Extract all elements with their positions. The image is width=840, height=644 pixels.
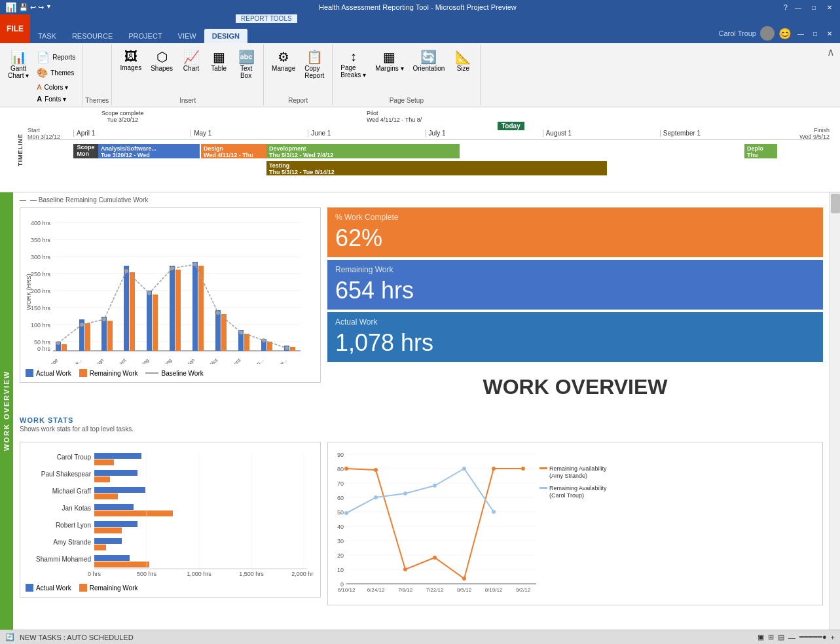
- svg-text:400 hrs: 400 hrs: [31, 220, 51, 226]
- gantt-chart-button[interactable]: 📊 GanttChart ▾: [4, 47, 33, 81]
- images-icon: 🖼: [124, 49, 137, 64]
- hbar-actual-label: Actual Work: [36, 584, 71, 592]
- svg-text:Training: Training: [156, 357, 173, 364]
- colors-label: Colors ▾: [45, 84, 69, 91]
- analysis-bar: Analysis/Software...Tue 3/20/12 - Wed: [98, 144, 200, 158]
- scope-bar: ScopeMon: [73, 144, 98, 158]
- svg-point-48: [216, 311, 220, 315]
- svg-point-123: [403, 492, 407, 495]
- svg-text:Jan Kotas: Jan Kotas: [62, 505, 91, 512]
- themes-icon: 🎨: [37, 67, 48, 78]
- pilot-label: PilotWed 4/11/12 - Thu 8/: [367, 110, 422, 123]
- tab-design[interactable]: DESIGN: [204, 29, 247, 43]
- tab-view[interactable]: VIEW: [170, 29, 204, 43]
- svg-point-122: [374, 495, 378, 499]
- svg-text:0 hrs: 0 hrs: [37, 346, 51, 352]
- deploy-bar: DeploThu: [744, 144, 777, 158]
- report-group-content: ⚙ Manage 📋 CopyReport: [268, 47, 328, 96]
- svg-point-125: [462, 467, 466, 471]
- title-bar-controls: ? — □ ✕: [784, 3, 835, 12]
- hbar-chart-svg: Carol Troup Paul Shakespear Michael Graf…: [26, 448, 314, 579]
- manage-button[interactable]: ⚙ Manage: [268, 47, 299, 74]
- status-zoom-out[interactable]: —: [788, 634, 795, 641]
- svg-text:Robert Lyon: Robert Lyon: [56, 522, 91, 529]
- main-content[interactable]: WORK OVERVIEW — — Baseline Remaining Cum…: [0, 192, 840, 630]
- svg-rect-64: [94, 453, 141, 459]
- svg-rect-22: [85, 323, 90, 351]
- copy-report-button[interactable]: 📋 CopyReport: [301, 47, 328, 81]
- minimize-button[interactable]: —: [793, 3, 803, 12]
- svg-point-121: [344, 511, 348, 515]
- maximize-button[interactable]: □: [809, 3, 819, 12]
- svg-rect-76: [94, 521, 137, 527]
- tab-resource[interactable]: RESOURCE: [64, 29, 120, 43]
- bar-chart-svg: 400 hrs 350 hrs 300 hrs 250 hrs 200 hrs …: [26, 213, 307, 364]
- svg-text:Scope: Scope: [45, 357, 60, 364]
- chart-button[interactable]: 📈 Chart: [178, 47, 204, 74]
- status-icon: 🔄: [5, 633, 14, 641]
- svg-rect-137: [539, 487, 547, 489]
- fonts-button[interactable]: A Fonts ▾: [34, 94, 78, 104]
- ribbon-minimize[interactable]: —: [795, 29, 806, 38]
- svg-text:Development: Development: [101, 357, 128, 364]
- svg-point-126: [492, 510, 496, 514]
- kpi-actual-work-label: Actual Work: [335, 317, 815, 327]
- svg-text:Deployment: Deployment: [218, 357, 242, 364]
- status-zoom-in[interactable]: +: [831, 634, 835, 641]
- svg-text:50 hrs: 50 hrs: [34, 339, 51, 346]
- close-button[interactable]: ✕: [824, 3, 835, 12]
- svg-rect-134: [539, 467, 547, 469]
- colors-button[interactable]: A Colors ▾: [34, 82, 78, 92]
- images-label: Images: [120, 64, 141, 71]
- svg-text:Post Implem...: Post Implem...: [237, 357, 265, 364]
- undo-icon[interactable]: ↩: [30, 3, 36, 12]
- status-view-page[interactable]: ▤: [778, 633, 784, 641]
- hbar-chart-legend: Actual Work Remaining Work: [26, 584, 315, 592]
- tab-task[interactable]: TASK: [30, 29, 64, 43]
- app-icon: 📊: [5, 2, 16, 12]
- themes-subgroup-label: Themes: [85, 97, 109, 104]
- smiley-icon: 😊: [778, 27, 792, 40]
- svg-point-50: [262, 338, 266, 342]
- svg-rect-79: [94, 538, 122, 544]
- textbox-button[interactable]: 🔤 TextBox: [233, 47, 259, 81]
- svg-text:8/5/12: 8/5/12: [457, 587, 472, 593]
- ribbon-close[interactable]: ✕: [824, 29, 835, 38]
- ribbon-collapse-button[interactable]: ∧: [827, 46, 835, 58]
- page-breaks-button[interactable]: ↕ PageBreaks ▾: [337, 47, 370, 80]
- ribbon-restore[interactable]: □: [810, 29, 820, 38]
- save-icon[interactable]: 💾: [19, 3, 28, 12]
- redo-icon[interactable]: ↪: [38, 3, 44, 12]
- shapes-button[interactable]: ⬡ Shapes: [147, 47, 177, 74]
- textbox-icon: 🔤: [238, 49, 255, 65]
- svg-text:(Carol Troup): (Carol Troup): [549, 492, 584, 499]
- textbox-label: TextBox: [240, 65, 252, 79]
- hbar-legend-remaining: Remaining Work: [79, 584, 138, 592]
- report-group-label: Report: [288, 97, 308, 104]
- hbar-legend-actual: Actual Work: [26, 584, 71, 592]
- line-chart-svg: 90 80 70 60 50 40 30 20 10 0: [333, 448, 615, 598]
- ribbon-group-report: ⚙ Manage 📋 CopyReport Report: [264, 45, 333, 105]
- tab-file[interactable]: FILE: [0, 14, 30, 43]
- kpi-remaining-work-label: Remaining Work: [335, 265, 815, 274]
- status-view-normal[interactable]: ▣: [758, 633, 764, 641]
- status-zoom-slider[interactable]: ━━━━━●: [799, 633, 827, 641]
- work-stats-description: Shows work stats for all top level tasks…: [20, 425, 823, 433]
- svg-text:1,500 hrs: 1,500 hrs: [239, 571, 264, 577]
- table-button[interactable]: ▦ Table: [206, 47, 232, 74]
- svg-text:80: 80: [337, 466, 344, 473]
- svg-text:Paul Shakespear: Paul Shakespear: [41, 471, 92, 478]
- vertical-scrollbar[interactable]: [830, 192, 840, 630]
- tab-project[interactable]: PROJECT: [120, 29, 170, 43]
- status-text: NEW TASKS : AUTO SCHEDULED: [20, 634, 134, 641]
- more-icon[interactable]: ▼: [46, 3, 52, 12]
- margins-button[interactable]: ▦ Margins ▾: [371, 47, 407, 74]
- reports-button[interactable]: 📄 Reports: [34, 50, 78, 65]
- images-button[interactable]: 🖼 Images: [116, 47, 145, 73]
- status-view-outline[interactable]: ⊞: [768, 633, 774, 641]
- svg-text:350 hrs: 350 hrs: [31, 237, 51, 243]
- help-icon[interactable]: ?: [784, 3, 788, 11]
- themes-button[interactable]: 🎨 Themes: [34, 66, 78, 79]
- size-button[interactable]: 📐 Size: [450, 47, 476, 74]
- orientation-button[interactable]: 🔄 Orientation: [409, 47, 449, 74]
